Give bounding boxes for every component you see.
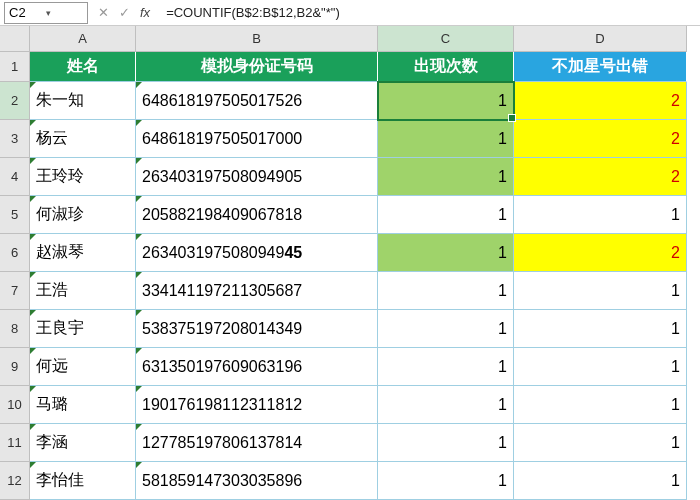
col-header-d[interactable]: D [514,26,687,52]
cell-b7[interactable]: 334141197211305687 [136,272,378,310]
row-header-9[interactable]: 9 [0,348,30,386]
cell-a5[interactable]: 何淑珍 [30,196,136,234]
col-header-b[interactable]: B [136,26,378,52]
row-header-3[interactable]: 3 [0,120,30,158]
cell-b11[interactable]: 127785197806137814 [136,424,378,462]
cell-d7[interactable]: 1 [514,272,687,310]
cell-c9[interactable]: 1 [378,348,514,386]
cell-c11[interactable]: 1 [378,424,514,462]
cell-b8[interactable]: 538375197208014349 [136,310,378,348]
row-header-4[interactable]: 4 [0,158,30,196]
col-header-a[interactable]: A [30,26,136,52]
id-prefix: 2634031975080949 [142,244,284,262]
header-name[interactable]: 姓名 [30,52,136,82]
cell-d5[interactable]: 1 [514,196,687,234]
cell-b6[interactable]: 263403197508094945 [136,234,378,272]
cell-b4[interactable]: 263403197508094905 [136,158,378,196]
cell-c8[interactable]: 1 [378,310,514,348]
name-box[interactable]: C2 ▾ [4,2,88,24]
spreadsheet-grid: A B C D 1 姓名 模拟身份证号码 出现次数 不加星号出错 2 朱一知 6… [0,26,700,500]
row-header-10[interactable]: 10 [0,386,30,424]
row-header-11[interactable]: 11 [0,424,30,462]
cell-d2[interactable]: 2 [514,82,687,120]
name-box-value: C2 [9,5,46,20]
cell-c6[interactable]: 1 [378,234,514,272]
cell-a6[interactable]: 赵淑琴 [30,234,136,272]
cell-d9[interactable]: 1 [514,348,687,386]
select-all-corner[interactable] [0,26,30,52]
row-header-7[interactable]: 7 [0,272,30,310]
cell-a12[interactable]: 李怡佳 [30,462,136,500]
cell-d8[interactable]: 1 [514,310,687,348]
cell-a11[interactable]: 李涵 [30,424,136,462]
row-header-1[interactable]: 1 [0,52,30,82]
formula-input[interactable]: =COUNTIF(B$2:B$12,B2&"*") [160,5,700,20]
cell-c10[interactable]: 1 [378,386,514,424]
row-header-6[interactable]: 6 [0,234,30,272]
cell-d4[interactable]: 2 [514,158,687,196]
header-id[interactable]: 模拟身份证号码 [136,52,378,82]
cell-d11[interactable]: 1 [514,424,687,462]
confirm-icon[interactable]: ✓ [119,5,130,20]
cell-d10[interactable]: 1 [514,386,687,424]
cell-c3[interactable]: 1 [378,120,514,158]
cell-c7[interactable]: 1 [378,272,514,310]
cell-c2[interactable]: 1 [378,82,514,120]
fx-icon[interactable]: fx [140,5,150,20]
chevron-down-icon[interactable]: ▾ [46,8,83,18]
row-header-8[interactable]: 8 [0,310,30,348]
cell-a9[interactable]: 何远 [30,348,136,386]
cell-a2[interactable]: 朱一知 [30,82,136,120]
cell-b5[interactable]: 205882198409067818 [136,196,378,234]
cell-b9[interactable]: 631350197609063196 [136,348,378,386]
cell-b2[interactable]: 648618197505017526 [136,82,378,120]
cell-b10[interactable]: 190176198112311812 [136,386,378,424]
cell-a10[interactable]: 马璐 [30,386,136,424]
cell-a8[interactable]: 王良宇 [30,310,136,348]
row-header-2[interactable]: 2 [0,82,30,120]
cell-a7[interactable]: 王浩 [30,272,136,310]
cell-c4[interactable]: 1 [378,158,514,196]
cell-c12[interactable]: 1 [378,462,514,500]
cell-d6[interactable]: 2 [514,234,687,272]
cell-d12[interactable]: 1 [514,462,687,500]
cancel-icon[interactable]: ✕ [98,5,109,20]
col-header-c[interactable]: C [378,26,514,52]
cell-a3[interactable]: 杨云 [30,120,136,158]
header-count[interactable]: 出现次数 [378,52,514,82]
id-suffix: 45 [284,244,302,262]
row-header-5[interactable]: 5 [0,196,30,234]
cell-d3[interactable]: 2 [514,120,687,158]
header-error[interactable]: 不加星号出错 [514,52,687,82]
row-header-12[interactable]: 12 [0,462,30,500]
formula-bar: C2 ▾ ✕ ✓ fx =COUNTIF(B$2:B$12,B2&"*") [0,0,700,26]
cell-b3[interactable]: 648618197505017000 [136,120,378,158]
cell-c5[interactable]: 1 [378,196,514,234]
cell-a4[interactable]: 王玲玲 [30,158,136,196]
cell-b12[interactable]: 581859147303035896 [136,462,378,500]
formula-bar-icons: ✕ ✓ fx [88,5,160,20]
